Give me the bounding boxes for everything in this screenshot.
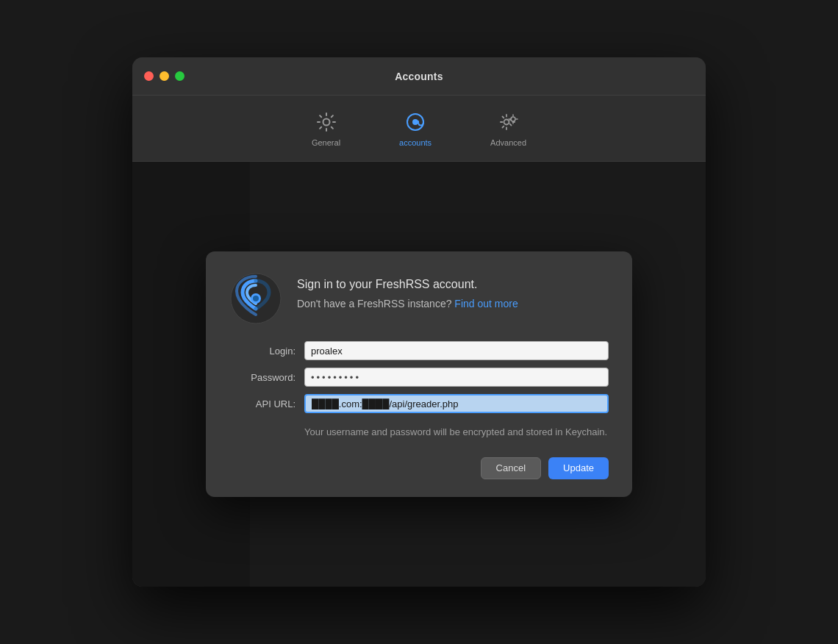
window-title: Accounts — [395, 71, 443, 82]
modal-buttons: Cancel Update — [229, 457, 609, 479]
form-fields: Login: Password: API URL: — [229, 341, 609, 413]
api-url-input[interactable] — [304, 394, 609, 413]
gear-adv-icon — [497, 110, 520, 134]
tab-general-label: General — [312, 138, 340, 147]
tab-accounts[interactable]: accounts — [387, 104, 443, 153]
window-content: Sign in to your FreshRSS account. Don't … — [132, 162, 706, 587]
gear-icon — [315, 110, 338, 134]
api-url-row: API URL: — [229, 394, 609, 413]
modal-header: Sign in to your FreshRSS account. Don't … — [229, 272, 609, 325]
password-input[interactable] — [304, 368, 609, 387]
api-url-label: API URL: — [229, 398, 296, 409]
maximize-button[interactable] — [175, 71, 185, 81]
svg-point-7 — [253, 296, 259, 301]
toolbar: General accounts Advanced — [132, 96, 706, 162]
svg-point-3 — [504, 119, 509, 124]
modal-dialog: Sign in to your FreshRSS account. Don't … — [206, 251, 632, 497]
login-input[interactable] — [304, 341, 609, 360]
titlebar: Accounts — [132, 57, 706, 96]
find-out-more-link[interactable]: Find out more — [454, 298, 518, 310]
main-window: Accounts General accounts — [132, 57, 706, 587]
info-text: Your username and password will be encry… — [229, 425, 609, 440]
minimize-button[interactable] — [160, 71, 169, 81]
password-row: Password: — [229, 368, 609, 387]
login-row: Login: — [229, 341, 609, 360]
freshrss-logo — [229, 272, 282, 325]
svg-point-2 — [412, 119, 418, 125]
modal-header-text: Sign in to your FreshRSS account. Don't … — [297, 272, 518, 311]
modal-title: Sign in to your FreshRSS account. — [297, 276, 518, 293]
cancel-button[interactable]: Cancel — [481, 457, 541, 479]
window-controls — [144, 71, 185, 81]
at-icon — [404, 110, 427, 134]
tab-advanced-label: Advanced — [490, 138, 526, 147]
close-button[interactable] — [144, 71, 154, 81]
password-label: Password: — [229, 372, 296, 383]
login-label: Login: — [229, 346, 296, 357]
tab-advanced[interactable]: Advanced — [479, 104, 538, 153]
modal-subtitle: Don't have a FreshRSS instance? Find out… — [297, 296, 518, 312]
modal-overlay: Sign in to your FreshRSS account. Don't … — [132, 162, 706, 587]
svg-point-0 — [323, 118, 329, 125]
update-button[interactable]: Update — [548, 457, 609, 479]
tab-general[interactable]: General — [300, 104, 352, 153]
tab-accounts-label: accounts — [399, 138, 431, 147]
